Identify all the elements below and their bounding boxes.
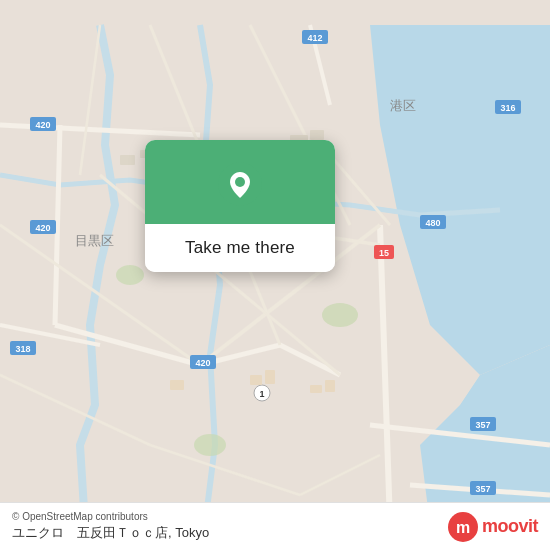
moovit-logo[interactable]: m moovit (448, 512, 538, 542)
popup-icon-area (145, 140, 335, 224)
location-label: ユニクロ 五反田Ｔｏｃ店, Tokyo (12, 524, 209, 542)
svg-point-58 (322, 303, 358, 327)
svg-text:目黒区: 目黒区 (75, 233, 114, 248)
svg-text:420: 420 (195, 358, 210, 368)
location-pin-icon (218, 162, 262, 206)
svg-point-63 (235, 177, 245, 187)
svg-text:318: 318 (15, 344, 30, 354)
popup-card: Take me there (145, 140, 335, 272)
bottom-left: © OpenStreetMap contributors ユニクロ 五反田Ｔｏｃ… (12, 511, 209, 542)
svg-rect-55 (170, 380, 184, 390)
svg-point-59 (116, 265, 144, 285)
svg-text:316: 316 (500, 103, 515, 113)
bottom-bar: © OpenStreetMap contributors ユニクロ 五反田Ｔｏｃ… (0, 502, 550, 550)
svg-text:420: 420 (35, 223, 50, 233)
svg-rect-56 (310, 385, 322, 393)
svg-point-60 (194, 434, 226, 456)
svg-text:412: 412 (307, 33, 322, 43)
svg-text:15: 15 (379, 248, 389, 258)
svg-text:480: 480 (425, 218, 440, 228)
svg-rect-54 (265, 370, 275, 384)
take-me-there-button[interactable]: Take me there (145, 224, 335, 272)
svg-text:港区: 港区 (390, 98, 416, 113)
attribution-text: © OpenStreetMap contributors (12, 511, 209, 522)
svg-rect-57 (325, 380, 335, 392)
svg-rect-52 (310, 130, 324, 140)
moovit-brand-icon: m (448, 512, 478, 542)
map-background: 412 420 420 420 318 480 316 15 357 357 1… (0, 0, 550, 550)
map-container: 412 420 420 420 318 480 316 15 357 357 1… (0, 0, 550, 550)
svg-text:1: 1 (259, 389, 264, 399)
svg-text:m: m (456, 519, 470, 536)
svg-text:357: 357 (475, 484, 490, 494)
svg-text:420: 420 (35, 120, 50, 130)
svg-text:357: 357 (475, 420, 490, 430)
moovit-brand-text: moovit (482, 516, 538, 537)
svg-rect-48 (120, 155, 135, 165)
svg-rect-53 (250, 375, 262, 385)
